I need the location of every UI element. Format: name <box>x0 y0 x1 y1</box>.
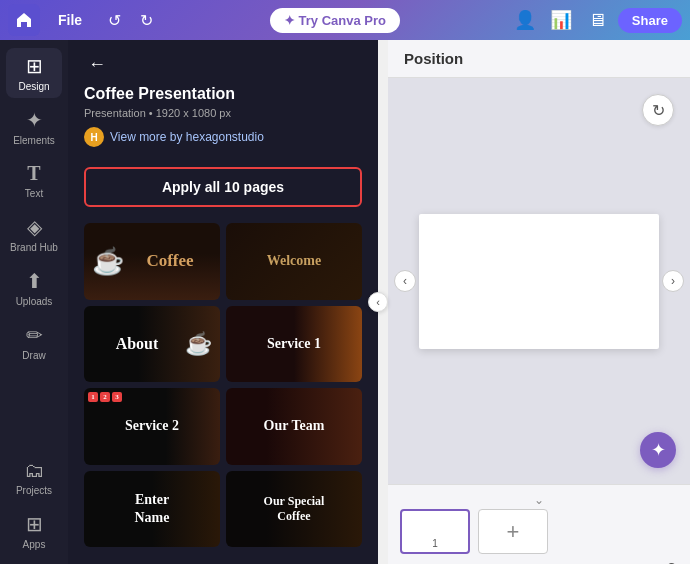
sidebar-item-label: Brand Hub <box>10 242 58 253</box>
magic-button[interactable]: ✦ <box>640 432 676 468</box>
design-icon: ⊞ <box>26 54 43 78</box>
template-thumb-enter[interactable]: EnterName <box>84 471 220 548</box>
back-button[interactable]: ← <box>84 52 110 77</box>
sidebar-item-label: Draw <box>22 350 45 361</box>
file-menu[interactable]: File <box>48 8 92 32</box>
sidebar-item-label: Apps <box>23 539 46 550</box>
refresh-button[interactable]: ↻ <box>642 94 674 126</box>
apply-button-wrap: Apply all 10 pages <box>68 159 378 219</box>
grid-view-button[interactable]: ⊞ <box>619 558 636 564</box>
brand-icon: ◈ <box>27 215 42 239</box>
template-grid: Coffee Welcome About ☕ Service 1 <box>84 223 362 547</box>
sidebar-item-label: Design <box>18 81 49 92</box>
redo-button[interactable]: ↻ <box>132 6 160 34</box>
bottom-right-buttons: ⊞ ⤢ ? <box>619 558 678 564</box>
sidebar-item-draw[interactable]: ✏ Draw <box>6 317 62 367</box>
sidebar-item-elements[interactable]: ✦ Elements <box>6 102 62 152</box>
sidebar-item-text[interactable]: T Text <box>6 156 62 205</box>
template-scroll[interactable]: Coffee Welcome About ☕ Service 1 <box>68 219 378 564</box>
sidebar: ⊞ Design ✦ Elements T Text ◈ Brand Hub ⬆… <box>0 40 68 564</box>
sidebar-item-label: Uploads <box>16 296 53 307</box>
topbar: File ↺ ↻ ✦ Try Canva Pro 👤 📊 🖥 Share <box>0 0 690 40</box>
chevron-down-wrap: ⌄ <box>400 491 678 509</box>
canvas-right-button[interactable]: › <box>662 270 684 292</box>
template-thumb-special[interactable]: Our SpecialCoffee <box>226 471 362 548</box>
page-thumbnail-1[interactable]: 1 <box>400 509 470 554</box>
projects-icon: 🗂 <box>24 459 44 482</box>
bottom-bar: ⌄ 1 + Page 1 / 1 12% ⊞ ⤢ ? <box>388 484 690 564</box>
template-thumb-service1[interactable]: Service 1 <box>226 306 362 383</box>
analytics-button[interactable]: 📊 <box>546 5 576 35</box>
apps-icon: ⊞ <box>26 512 43 536</box>
template-thumb-coffee[interactable]: Coffee <box>84 223 220 300</box>
text-icon: T <box>27 162 40 185</box>
author-avatar: H <box>84 127 104 147</box>
template-panel: ← Coffee Presentation Presentation • 192… <box>68 40 378 564</box>
canvas-page <box>419 214 659 349</box>
bottom-controls: Page 1 / 1 12% ⊞ ⤢ ? <box>400 554 678 564</box>
draw-icon: ✏ <box>26 323 43 347</box>
panel-meta: Presentation • 1920 x 1080 px <box>84 107 362 119</box>
share-button[interactable]: Share <box>618 8 682 33</box>
position-header: Position <box>388 40 690 78</box>
author-link[interactable]: View more by hexagonstudio <box>110 130 264 144</box>
uploads-icon: ⬆ <box>26 269 43 293</box>
topbar-actions: ↺ ↻ <box>100 6 160 34</box>
elements-icon: ✦ <box>26 108 43 132</box>
home-button[interactable] <box>8 4 40 36</box>
panel-title: Coffee Presentation <box>84 85 362 103</box>
pages-row: 1 + <box>400 509 678 554</box>
sidebar-item-label: Projects <box>16 485 52 496</box>
template-thumb-welcome[interactable]: Welcome <box>226 223 362 300</box>
panel-info: Coffee Presentation Presentation • 1920 … <box>68 85 378 159</box>
fullscreen-button[interactable]: ⤢ <box>642 558 659 564</box>
topbar-right: 👤 📊 🖥 Share <box>510 5 682 35</box>
author-row: H View more by hexagonstudio <box>84 127 362 147</box>
sidebar-item-label: Elements <box>13 135 55 146</box>
canvas-area: Position ↻ ✦ ‹ › ⌄ 1 + Page 1 / 1 12% <box>388 40 690 564</box>
sidebar-item-projects[interactable]: 🗂 Projects <box>6 453 62 502</box>
topbar-center: ✦ Try Canva Pro <box>168 8 502 33</box>
panel-header: ← <box>68 40 378 85</box>
canvas-left-button[interactable]: ‹ <box>394 270 416 292</box>
people-button[interactable]: 👤 <box>510 5 540 35</box>
sidebar-item-apps[interactable]: ⊞ Apps <box>6 506 62 556</box>
canvas-viewport: ↻ ✦ ‹ › <box>388 78 690 484</box>
sidebar-item-brand[interactable]: ◈ Brand Hub <box>6 209 62 259</box>
apply-all-button[interactable]: Apply all 10 pages <box>84 167 362 207</box>
main-content: ⊞ Design ✦ Elements T Text ◈ Brand Hub ⬆… <box>0 40 690 564</box>
present-button[interactable]: 🖥 <box>582 5 612 35</box>
try-pro-button[interactable]: ✦ Try Canva Pro <box>270 8 400 33</box>
chevron-down-icon[interactable]: ⌄ <box>534 493 544 507</box>
page-number-label: 1 <box>432 538 438 549</box>
panel-collapse-button[interactable]: ‹ <box>368 292 388 312</box>
sidebar-item-uploads[interactable]: ⬆ Uploads <box>6 263 62 313</box>
sidebar-item-label: Text <box>25 188 43 199</box>
help-button[interactable]: ? <box>665 559 678 565</box>
template-thumb-service2[interactable]: 1 2 3 Service 2 <box>84 388 220 465</box>
add-page-button[interactable]: + <box>478 509 548 554</box>
undo-button[interactable]: ↺ <box>100 6 128 34</box>
template-thumb-about[interactable]: About ☕ <box>84 306 220 383</box>
sidebar-item-design[interactable]: ⊞ Design <box>6 48 62 98</box>
template-thumb-ourteam[interactable]: Our Team <box>226 388 362 465</box>
